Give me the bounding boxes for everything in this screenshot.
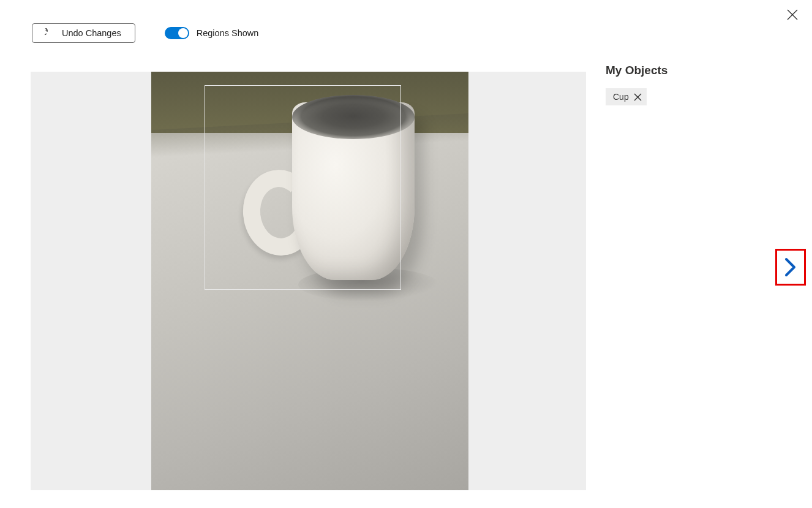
object-tag-label: Cup xyxy=(613,92,629,102)
regions-toggle-wrapper: Regions Shown xyxy=(165,27,259,39)
next-image-button[interactable] xyxy=(775,249,806,286)
undo-button-label: Undo Changes xyxy=(62,28,121,38)
undo-icon xyxy=(45,28,55,38)
toolbar: Undo Changes Regions Shown xyxy=(32,23,258,43)
regions-shown-toggle[interactable] xyxy=(165,27,189,39)
objects-sidebar: My Objects Cup xyxy=(606,64,771,105)
image-preview[interactable] xyxy=(151,72,468,490)
object-tag-cup[interactable]: Cup xyxy=(606,88,647,105)
chevron-right-icon xyxy=(784,257,797,278)
regions-toggle-label: Regions Shown xyxy=(197,28,259,38)
sidebar-title: My Objects xyxy=(606,64,771,77)
undo-changes-button[interactable]: Undo Changes xyxy=(32,23,135,43)
image-stage xyxy=(31,72,586,490)
close-icon xyxy=(634,93,642,101)
close-icon xyxy=(787,9,798,20)
close-button[interactable] xyxy=(784,6,801,23)
remove-tag-button[interactable] xyxy=(634,93,642,101)
region-bounding-box[interactable] xyxy=(205,85,401,290)
toggle-knob xyxy=(178,28,188,38)
